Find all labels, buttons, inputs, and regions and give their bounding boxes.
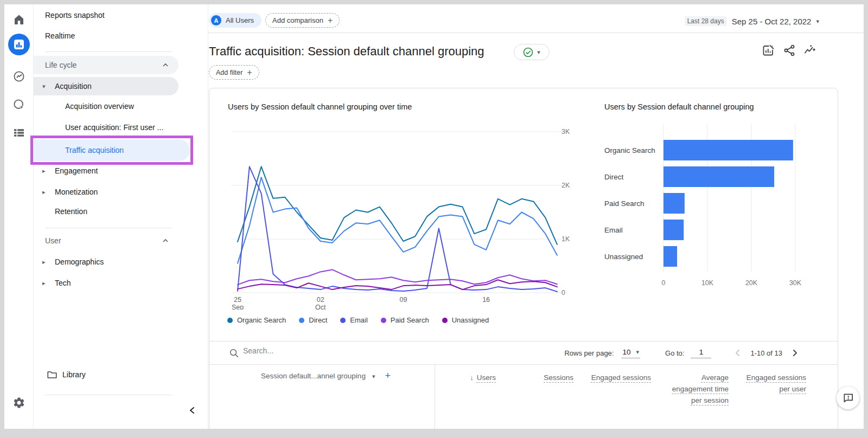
add-dimension-button[interactable]: +: [385, 370, 391, 382]
sidebar-item-user-acquisition[interactable]: User acquisition: First user ...: [65, 123, 163, 132]
goto-page-value: 1: [699, 348, 704, 356]
add-filter-button[interactable]: Add filter +: [209, 65, 259, 80]
category-label: Unassigned: [604, 253, 643, 261]
sidebar-item-realtime[interactable]: Realtime: [45, 31, 75, 40]
date-range-preset-label: Last 28 days: [685, 16, 727, 26]
caret-down-icon: ▾: [537, 49, 540, 56]
sidebar-section-user[interactable]: User: [34, 235, 178, 247]
add-filter-label: Add filter: [216, 69, 242, 76]
legend-label: Email: [350, 316, 368, 324]
table-toolbar: Rows per page: 10 ▾ Go to: 1 1-10 of 13: [209, 342, 838, 364]
legend-label: Paid Search: [391, 316, 429, 324]
caret-down-icon: ▾: [372, 373, 375, 380]
chevron-right-icon: [790, 348, 800, 358]
screenshot-frame: Reports snapshot Realtime Life cycle ▾ A…: [0, 0, 868, 438]
line-series-paid-search: [238, 269, 557, 285]
customize-report-button[interactable]: [762, 44, 775, 57]
explore-button[interactable]: [11, 69, 27, 84]
share-report-button[interactable]: [783, 44, 796, 57]
configure-button[interactable]: [11, 125, 27, 140]
all-users-chip[interactable]: A All Users: [209, 13, 261, 28]
column-header-users[interactable]: ↓Users: [435, 364, 512, 429]
collapse-sidebar-button[interactable]: [188, 405, 197, 415]
configure-list-icon: [12, 126, 25, 139]
settings-button[interactable]: [11, 395, 27, 410]
sidebar-item-acquisition[interactable]: ▾ Acquisition: [34, 77, 178, 95]
legend-item-unassigned: Unassigned: [442, 316, 489, 324]
column-header-sessions[interactable]: Sessions: [512, 364, 590, 429]
legend-label: Unassigned: [452, 316, 489, 324]
left-nav-rail: [4, 4, 34, 429]
sidebar-item-acquisition-overview[interactable]: Acquisition overview: [65, 102, 134, 111]
legend-dot: [299, 318, 304, 323]
x-axis-label: 02: [317, 296, 324, 304]
caret-right-icon: ▸: [42, 168, 50, 175]
feedback-icon: [843, 392, 854, 404]
legend-item-email: Email: [340, 316, 368, 324]
item-label: Acquisition: [55, 82, 92, 91]
report-status-dropdown[interactable]: ▾: [514, 44, 550, 60]
x-axis-label: 30K: [789, 279, 802, 287]
column-header-engaged-sessions-per-user[interactable]: Engaged sessions per user: [745, 364, 822, 429]
sidebar-item-traffic-acquisition[interactable]: Traffic acquisition: [34, 139, 190, 161]
advertising-button[interactable]: [11, 97, 27, 112]
sidebar-divider: [45, 51, 172, 52]
caret-down-icon: ▾: [42, 83, 50, 90]
section-label: User: [45, 236, 61, 245]
dimension-column-header[interactable]: Session default...annel grouping ▾ +: [209, 364, 435, 429]
dimension-column-label: Session default...annel grouping: [261, 372, 366, 380]
sidebar-section-life-cycle[interactable]: Life cycle: [34, 56, 178, 74]
caret-right-icon: ▸: [42, 280, 50, 287]
next-page-button[interactable]: [790, 348, 800, 358]
rows-per-page-label: Rows per page:: [564, 349, 614, 357]
settings-gear-icon: [12, 396, 25, 409]
reports-icon: [8, 34, 30, 55]
column-label: Engaged sessions per user: [746, 373, 806, 393]
x-axis-sublabel: Oct: [315, 304, 326, 310]
share-icon: [783, 44, 796, 57]
sidebar-item-tech[interactable]: ▸ Tech: [34, 277, 178, 289]
rows-per-page-select[interactable]: 10 ▾: [621, 348, 640, 358]
column-header-avg-engagement-time[interactable]: Average engagement time per session: [667, 364, 745, 429]
sidebar-item-retention[interactable]: Retention: [55, 207, 87, 216]
explore-icon: [12, 70, 25, 83]
reports-button[interactable]: [8, 34, 30, 55]
bar-email: [663, 220, 684, 240]
caret-right-icon: ▸: [42, 189, 50, 196]
search-icon: [229, 348, 239, 358]
sidebar-item-reports-snapshot[interactable]: Reports snapshot: [45, 11, 105, 20]
add-comparison-label: Add comparison: [272, 16, 323, 24]
caret-down-icon: ▾: [816, 18, 819, 25]
home-button[interactable]: [11, 12, 27, 27]
date-range-selector[interactable]: Last 28 days Sep 25 - Oct 22, 2022 ▾: [685, 16, 819, 26]
bar-chart-title: Users by Session default channel groupin…: [604, 102, 754, 111]
sidebar-divider-vertical: [208, 4, 208, 429]
sidebar-item-library[interactable]: Library: [34, 368, 178, 382]
line-series-direct: [238, 177, 557, 263]
line-chart-title: Users by Session default channel groupin…: [228, 102, 412, 111]
x-axis-label: 25: [234, 296, 241, 304]
column-label: Users: [477, 373, 496, 382]
feedback-button[interactable]: [837, 387, 859, 409]
sidebar-item-engagement[interactable]: ▸ Engagement: [34, 165, 178, 177]
item-label: Demographics: [55, 257, 104, 266]
caret-right-icon: ▸: [42, 259, 50, 266]
column-header-engaged-sessions[interactable]: Engaged sessions: [590, 364, 667, 429]
sidebar-item-demographics[interactable]: ▸ Demographics: [34, 256, 178, 268]
all-users-label: All Users: [226, 16, 254, 24]
add-comparison-button[interactable]: Add comparison +: [265, 13, 340, 28]
line-series-organic-search: [238, 166, 557, 244]
goto-label: Go to:: [665, 349, 684, 357]
sidebar-item-monetization[interactable]: ▸ Monetization: [34, 186, 178, 198]
item-label: Monetization: [55, 188, 98, 196]
sort-descending-icon: ↓: [470, 373, 474, 382]
item-label: Tech: [55, 279, 71, 287]
legend-dot: [227, 318, 233, 323]
bar-paid-search: [663, 193, 685, 214]
goto-page-input[interactable]: 1: [691, 348, 711, 358]
item-label: Library: [62, 370, 86, 379]
previous-page-button[interactable]: [733, 348, 743, 358]
insights-button[interactable]: [803, 44, 816, 57]
search-input[interactable]: [243, 346, 395, 355]
bar-organic-search: [663, 140, 793, 160]
